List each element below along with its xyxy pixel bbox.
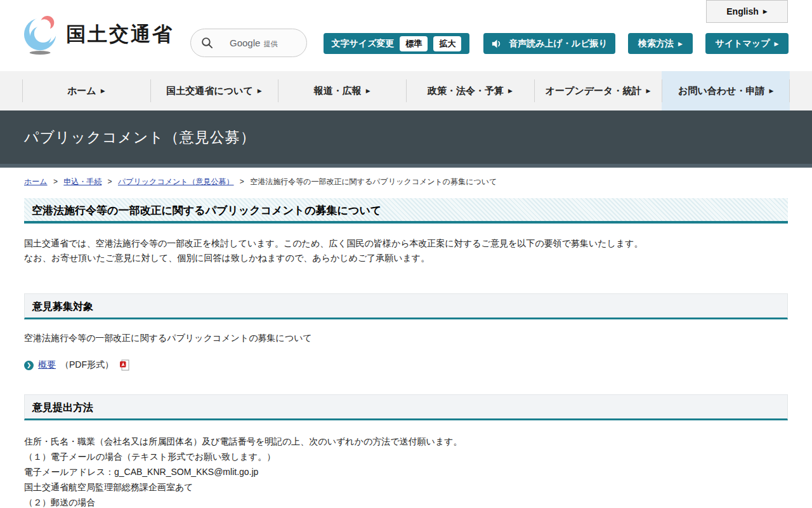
section-heading-submission-method: 意見提出方法 bbox=[24, 394, 788, 420]
search-method-label: 検索方法 bbox=[638, 38, 674, 50]
nav-item-label: オープンデータ・統計 bbox=[546, 85, 642, 97]
method-line-3: 電子メールアドレス：g_CAB_KNR_SOM_KKS@mlit.go.jp bbox=[24, 464, 788, 479]
chevron-right-icon: ▶ bbox=[101, 88, 105, 94]
pdf-file-icon bbox=[119, 359, 129, 371]
breadcrumb: ホーム > 申込・手続 > パブリックコメント（意見公募） > 空港法施行令等の… bbox=[24, 177, 788, 187]
submission-method-paragraph: 住所・氏名・職業（会社名又は所属団体名）及び電話番号を明記の上、次のいずれかの方… bbox=[24, 434, 788, 508]
nav-item-label: ホーム bbox=[67, 85, 96, 97]
global-nav: ホーム ▶ 国土交通省について ▶ 報道・広報 ▶ 政策・法令・予算 ▶ オープ… bbox=[0, 71, 812, 110]
chevron-right-icon: ▶ bbox=[646, 88, 650, 94]
chevron-right-icon: ▶ bbox=[508, 88, 513, 94]
overview-pdf-link[interactable]: 概要 bbox=[38, 359, 56, 371]
text-size-button-group: 文字サイズ変更 標準 拡大 bbox=[324, 33, 469, 54]
intro-line-1: 国土交通省では、空港法施行令等の一部改正を検討しています。このため、広く国民の皆… bbox=[24, 236, 788, 251]
english-button[interactable]: English ▶ bbox=[706, 0, 788, 23]
search-engine-label: Google bbox=[230, 37, 260, 48]
content: ホーム > 申込・手続 > パブリックコメント（意見公募） > 空港法施行令等の… bbox=[0, 168, 812, 508]
chevron-right-icon: ▶ bbox=[775, 41, 779, 47]
chevron-right-icon: ▶ bbox=[678, 41, 683, 47]
breadcrumb-separator: > bbox=[240, 177, 244, 186]
site-name: 国土交通省 bbox=[66, 21, 174, 48]
method-line-4: 国土交通省航空局監理部総務課企画室あて bbox=[24, 479, 788, 495]
breadcrumb-link-public-comment[interactable]: パブリックコメント（意見公募） bbox=[118, 177, 234, 186]
nav-item-label: 国土交通省について bbox=[166, 85, 252, 97]
comment-target-body: 空港法施行令等の一部改正に関するパブリックコメントの募集について bbox=[24, 333, 788, 344]
nav-item-home[interactable]: ホーム ▶ bbox=[22, 71, 150, 110]
breadcrumb-separator: > bbox=[53, 177, 58, 186]
nav-item-policy[interactable]: 政策・法令・予算 ▶ bbox=[406, 71, 534, 110]
site-search-box[interactable]: Google 提供 bbox=[190, 29, 307, 57]
nav-item-label: お問い合わせ・申請 bbox=[678, 85, 764, 97]
breadcrumb-separator: > bbox=[108, 177, 112, 186]
chevron-right-icon: ▶ bbox=[366, 88, 370, 94]
page-title-band: パブリックコメント（意見公募） bbox=[0, 110, 812, 168]
nav-item-label: 政策・法令・予算 bbox=[428, 85, 504, 97]
page-title: パブリックコメント（意見公募） bbox=[24, 128, 256, 147]
text-size-label: 文字サイズ変更 bbox=[332, 38, 395, 50]
voice-reading-button[interactable]: 音声読み上げ・ルビ振り bbox=[483, 33, 615, 54]
section-heading-comment-target: 意見募集対象 bbox=[24, 293, 788, 319]
nav-item-contact[interactable]: お問い合わせ・申請 ▶ bbox=[662, 71, 790, 110]
chevron-right-icon: ▶ bbox=[769, 88, 773, 94]
intro-paragraph: 国土交通省では、空港法施行令等の一部改正を検討しています。このため、広く国民の皆… bbox=[24, 236, 788, 265]
pdf-format-label: （PDF形式） bbox=[60, 359, 114, 371]
nav-item-label: 報道・広報 bbox=[314, 85, 362, 97]
text-size-enlarge-button[interactable]: 拡大 bbox=[433, 36, 461, 51]
breadcrumb-link-home[interactable]: ホーム bbox=[24, 177, 48, 186]
breadcrumb-current: 空港法施行令等の一部改正に関するパブリックコメントの募集について bbox=[250, 177, 497, 186]
search-method-button[interactable]: 検索方法 ▶ bbox=[628, 33, 693, 54]
site-header: 国土交通省 Google 提供 文字サイズ変更 標準 拡大 音声読み上げ・ルビ振… bbox=[0, 0, 812, 71]
breadcrumb-link-application[interactable]: 申込・手続 bbox=[63, 177, 102, 186]
english-label: English bbox=[726, 6, 759, 17]
nav-item-press[interactable]: 報道・広報 ▶ bbox=[278, 71, 406, 110]
chevron-right-icon: ▶ bbox=[258, 88, 262, 94]
document-heading: 空港法施行令等の一部改正に関するパブリックコメントの募集について bbox=[24, 198, 788, 224]
search-placeholder: Google 提供 bbox=[230, 37, 277, 49]
sitemap-label: サイトマップ bbox=[716, 38, 770, 50]
chevron-right-icon: ▶ bbox=[763, 8, 768, 15]
method-line-5: （２）郵送の場合 bbox=[24, 495, 788, 508]
search-provided-label: 提供 bbox=[263, 39, 277, 49]
method-line-2: （１）電子メールの場合（テキスト形式でお願い致します。） bbox=[24, 449, 788, 464]
method-line-1: 住所・氏名・職業（会社名又は所属団体名）及び電話番号を明記の上、次のいずれかの方… bbox=[24, 434, 788, 449]
speaker-icon bbox=[491, 39, 503, 49]
text-size-standard-button[interactable]: 標準 bbox=[400, 36, 428, 51]
search-icon bbox=[201, 37, 213, 49]
nav-item-about-mlit[interactable]: 国土交通省について ▶ bbox=[150, 71, 278, 110]
mlit-logo-icon bbox=[23, 14, 60, 55]
circle-arrow-icon: ❯ bbox=[24, 361, 34, 370]
pdf-link-row: ❯ 概要 （PDF形式） bbox=[24, 359, 788, 371]
intro-line-2: なお、お寄せ頂いたご意見に対して、個別に回答は致しかねますので、あらかじめご了承… bbox=[24, 251, 788, 265]
voice-reading-label: 音声読み上げ・ルビ振り bbox=[509, 38, 608, 50]
sitemap-button[interactable]: サイトマップ ▶ bbox=[705, 33, 789, 54]
nav-item-open-data[interactable]: オープンデータ・統計 ▶ bbox=[534, 71, 662, 110]
site-logo[interactable]: 国土交通省 bbox=[23, 14, 174, 55]
